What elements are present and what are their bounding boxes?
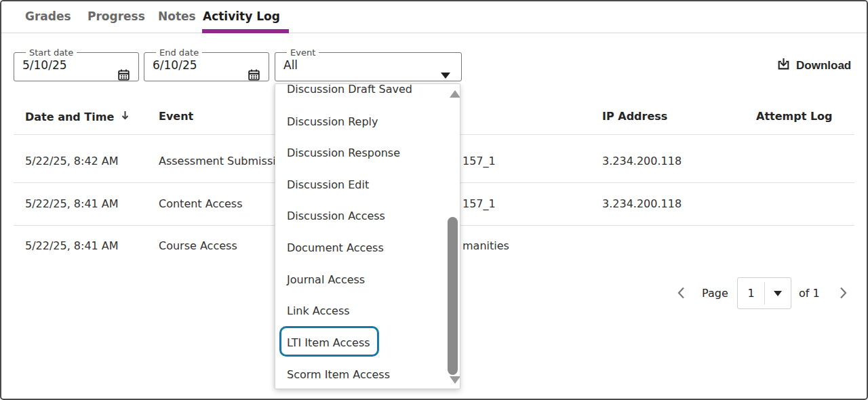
event-select[interactable]: Event All — [275, 47, 462, 81]
dropdown-option-link-access[interactable]: Link Access — [275, 303, 438, 319]
cell-ip: 3.234.200.118 — [602, 155, 682, 167]
cell-item-fragment: manities — [462, 239, 509, 252]
cell-event: Content Access — [159, 197, 243, 210]
dropdown-option-scorm-item-access[interactable]: Scorm Item Access — [275, 367, 438, 383]
dropdown-option-discussion-response[interactable]: Discussion Response — [275, 145, 438, 161]
tab-bar: Grades Progress Notes Activity Log — [1, 1, 867, 33]
dropdown-option-discussion-access[interactable]: Discussion Access — [275, 208, 438, 224]
event-dropdown-panel: Discussion Draft Saved Discussion Reply … — [275, 83, 460, 389]
download-label: Download — [796, 59, 851, 73]
dropdown-option-discussion-reply[interactable]: Discussion Reply — [275, 114, 438, 130]
page-count-label: of 1 — [799, 287, 820, 300]
activity-log-screen: Grades Progress Notes Activity Log Start… — [0, 0, 868, 400]
cell-datetime: 5/22/25, 8:42 AM — [25, 155, 119, 167]
cell-event: Assessment Submission — [159, 155, 290, 167]
event-select-label: Event — [287, 47, 319, 58]
cell-datetime: 5/22/25, 8:41 AM — [25, 197, 119, 210]
page-select-divider — [764, 282, 765, 304]
active-tab-underline — [202, 29, 289, 33]
current-page-value: 1 — [738, 287, 764, 300]
date-time-header-label: Date and Time — [25, 111, 114, 123]
tab-grades[interactable]: Grades — [25, 1, 71, 33]
download-button[interactable]: Download — [776, 56, 851, 76]
column-header-ip-address: IP Address — [602, 110, 667, 123]
scroll-up-icon[interactable] — [450, 90, 460, 98]
end-date-field[interactable]: End date 6/10/25 — [144, 47, 269, 81]
tab-progress[interactable]: Progress — [87, 1, 145, 33]
start-date-value[interactable]: 5/10/25 — [22, 58, 130, 72]
next-page-icon[interactable] — [835, 285, 850, 300]
scroll-down-icon[interactable] — [450, 376, 460, 384]
end-date-label: End date — [156, 47, 202, 58]
cell-datetime: 5/22/25, 8:41 AM — [25, 239, 119, 252]
cell-item-fragment: 157_1 — [462, 197, 496, 210]
dropdown-option-journal-access[interactable]: Journal Access — [275, 272, 438, 288]
tab-activity-log[interactable]: Activity Log — [203, 1, 280, 33]
event-select-value[interactable]: All — [283, 58, 453, 72]
column-header-date-time[interactable]: Date and Time — [25, 110, 130, 123]
chevron-down-icon — [774, 291, 782, 296]
scrollbar-thumb[interactable] — [448, 217, 458, 375]
sort-descending-icon — [120, 110, 130, 123]
page-select[interactable]: 1 — [737, 277, 791, 309]
dropdown-option-discussion-edit[interactable]: Discussion Edit — [275, 177, 438, 193]
calendar-icon[interactable] — [248, 68, 260, 84]
tab-notes[interactable]: Notes — [158, 1, 196, 33]
page-label: Page — [702, 287, 728, 300]
cell-event: Course Access — [159, 239, 237, 252]
dropdown-option-lti-item-access[interactable]: LTI Item Access — [275, 335, 438, 351]
dropdown-option-document-access[interactable]: Document Access — [275, 240, 438, 256]
start-date-field[interactable]: Start date 5/10/25 — [14, 47, 139, 81]
column-header-attempt-log: Attempt Log — [756, 110, 833, 123]
start-date-label: Start date — [26, 47, 77, 58]
calendar-icon[interactable] — [117, 68, 130, 84]
dropdown-option-discussion-draft-saved[interactable]: Discussion Draft Saved — [275, 83, 438, 98]
cell-item-fragment: 157_1 — [462, 155, 496, 167]
end-date-value[interactable]: 6/10/25 — [153, 58, 260, 72]
previous-page-icon[interactable] — [674, 285, 689, 300]
download-icon — [776, 57, 791, 75]
column-header-event: Event — [159, 110, 193, 123]
chevron-down-icon[interactable] — [441, 73, 450, 79]
cell-ip: 3.234.200.118 — [602, 197, 682, 210]
